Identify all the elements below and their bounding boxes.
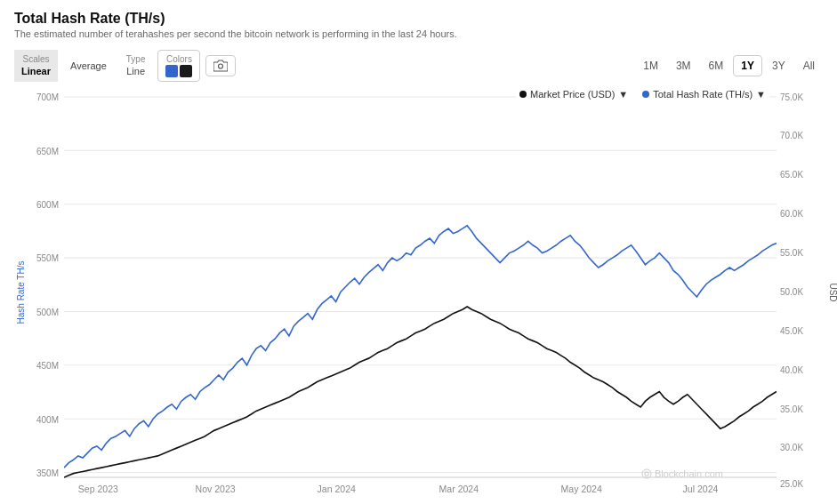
main-container: Total Hash Rate (TH/s) The estimated num… [0, 0, 837, 504]
svg-text:450M: 450M [36, 361, 59, 371]
svg-text:40.0K: 40.0K [780, 364, 803, 374]
time-buttons: 1M 3M 6M 1Y 3Y All [635, 55, 823, 76]
legend-dot-black [519, 91, 527, 98]
legend-hash-rate-arrow: ▼ [756, 89, 766, 100]
svg-text:Sep 2023: Sep 2023 [78, 483, 118, 493]
time-btn-6m[interactable]: 6M [701, 55, 732, 76]
chart-svg: Sep 2023 Nov 2023 Jan 2024 Mar 2024 May … [64, 87, 777, 497]
swatch-blue [165, 65, 178, 77]
y-axis-right-label: USD [828, 283, 837, 301]
svg-text:Nov 2023: Nov 2023 [196, 483, 236, 493]
svg-text:35.0K: 35.0K [780, 404, 803, 413]
legend-market-price-label: Market Price (USD) [530, 89, 615, 100]
page-subtitle: The estimated number of terahashes per s… [14, 28, 823, 39]
type-label: Type [126, 53, 146, 65]
legend-hash-rate: Total Hash Rate (TH/s) ▼ [642, 89, 766, 100]
color-swatches [165, 65, 192, 77]
time-btn-all[interactable]: All [795, 55, 823, 76]
scales-value: Linear [21, 65, 51, 77]
chart-main: Market Price (USD) ▼ Total Hash Rate (TH… [64, 87, 777, 497]
page-title: Total Hash Rate (TH/s) [14, 11, 823, 27]
svg-text:60.0K: 60.0K [780, 209, 803, 219]
svg-text:Jan 2024: Jan 2024 [318, 483, 356, 493]
svg-text:50.0K: 50.0K [780, 286, 803, 296]
svg-text:500M: 500M [36, 307, 59, 316]
legend: Market Price (USD) ▼ Total Hash Rate (TH… [516, 87, 769, 101]
watermark: Blockchain.com [641, 468, 723, 479]
type-button[interactable]: Type Line [119, 50, 153, 81]
legend-market-price-arrow: ▼ [618, 89, 628, 100]
svg-point-24 [642, 469, 651, 478]
legend-hash-rate-label: Total Hash Rate (TH/s) [653, 89, 752, 100]
chart-area: Hash Rate TH/s 700M 650M 600M 550M 500M … [14, 87, 823, 497]
watermark-text: Blockchain.com [655, 468, 723, 479]
svg-text:75.0K: 75.0K [780, 92, 803, 102]
colors-label: Colors [166, 54, 192, 64]
svg-text:650M: 650M [36, 146, 59, 156]
svg-text:25.0K: 25.0K [780, 479, 803, 489]
scales-button[interactable]: Scales Linear [14, 50, 58, 81]
scales-label: Scales [23, 53, 50, 65]
legend-dot-blue [642, 91, 649, 98]
time-btn-3y[interactable]: 3Y [764, 55, 793, 76]
svg-text:Jul 2024: Jul 2024 [683, 483, 719, 493]
svg-text:550M: 550M [36, 253, 59, 263]
blockchain-icon [641, 468, 652, 479]
svg-text:65.0K: 65.0K [780, 170, 803, 180]
type-value: Line [126, 65, 145, 77]
svg-text:45.0K: 45.0K [780, 325, 803, 335]
time-btn-1m[interactable]: 1M [635, 55, 666, 76]
svg-text:30.0K: 30.0K [780, 443, 803, 452]
colors-button[interactable]: Colors [157, 50, 200, 82]
y-axis-left: Hash Rate TH/s 700M 650M 600M 550M 500M … [14, 87, 64, 497]
camera-button[interactable] [205, 55, 236, 76]
svg-text:400M: 400M [36, 414, 59, 424]
toolbar: Scales Linear Average Type Line Colors [14, 50, 823, 82]
time-btn-3m[interactable]: 3M [668, 55, 699, 76]
svg-text:55.0K: 55.0K [780, 247, 803, 257]
average-label: Average [70, 60, 107, 72]
svg-text:700M: 700M [36, 92, 59, 102]
y-axis-right: USD 75.0K 70.0K 65.0K 60.0K 55.0K 50.0K … [777, 87, 823, 497]
legend-market-price: Market Price (USD) ▼ [519, 89, 628, 100]
svg-point-0 [219, 64, 223, 68]
swatch-dark [180, 65, 192, 77]
svg-text:70.0K: 70.0K [780, 131, 803, 140]
average-button[interactable]: Average [63, 56, 114, 76]
camera-icon [213, 60, 228, 72]
title-section: Total Hash Rate (TH/s) The estimated num… [14, 11, 823, 39]
svg-text:Mar 2024: Mar 2024 [439, 483, 479, 493]
svg-text:350M: 350M [36, 468, 59, 478]
svg-text:600M: 600M [36, 200, 59, 210]
time-btn-1y[interactable]: 1Y [733, 55, 762, 76]
svg-text:May 2024: May 2024 [561, 483, 602, 493]
